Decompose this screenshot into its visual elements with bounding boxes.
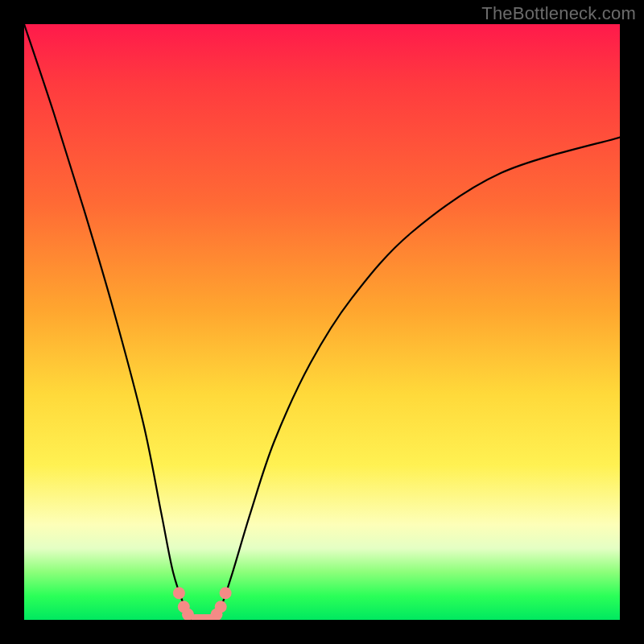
watermark-text: TheBottleneck.com bbox=[481, 3, 636, 24]
curve-marker bbox=[220, 587, 232, 599]
chart-frame: TheBottleneck.com bbox=[0, 0, 644, 644]
bottleneck-curve-path bbox=[24, 24, 620, 620]
curve-markers bbox=[173, 587, 232, 620]
bottleneck-curve-svg bbox=[24, 24, 620, 620]
flat-bottom-marker bbox=[191, 614, 215, 620]
curve-marker bbox=[173, 587, 185, 599]
curve-marker bbox=[215, 601, 227, 613]
chart-plot-area bbox=[24, 24, 620, 620]
